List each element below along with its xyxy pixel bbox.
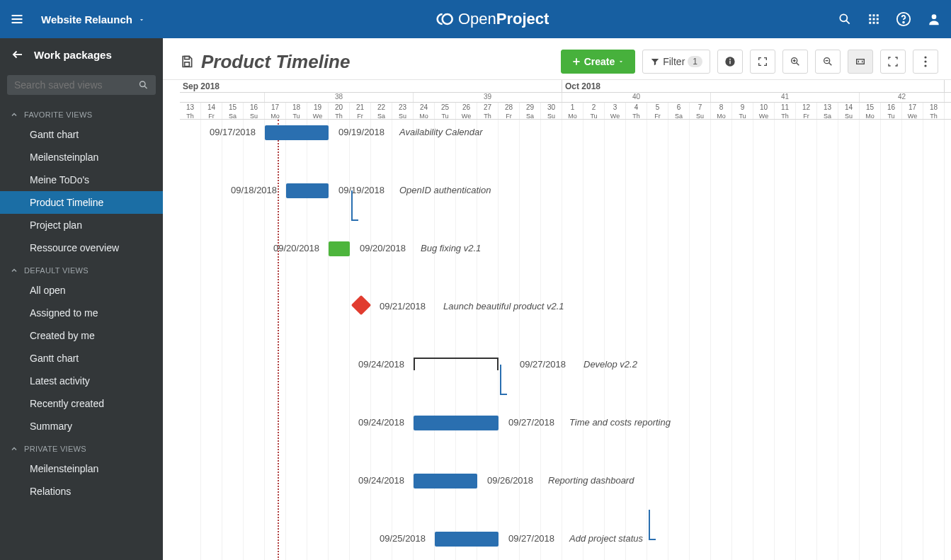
sidebar-search[interactable] (7, 75, 156, 95)
svg-rect-12 (869, 22, 871, 24)
zoom-fit-button[interactable] (848, 50, 873, 74)
day-label: 4Th (626, 103, 647, 119)
day-label: 18Th (923, 103, 945, 119)
sidebar-item[interactable]: Gantt chart (0, 347, 163, 370)
sidebar-item[interactable]: All open (0, 279, 163, 302)
connector (649, 539, 656, 540)
sidebar-item[interactable]: Project plan (0, 214, 163, 236)
sidebar-item[interactable]: Meine ToDo's (0, 168, 163, 191)
back-arrow-icon[interactable] (11, 48, 24, 61)
day-label: 13Th (180, 103, 201, 119)
end-date: 09/19/2018 (338, 185, 385, 195)
toolbar: Product Timeline Create Filter 1 (163, 38, 951, 79)
gantt-area[interactable]: Sep 2018Oct 2018383940414213Th14Fr15Sa16… (163, 79, 951, 560)
week-label (180, 93, 265, 102)
brand-logo[interactable]: OpenProject (434, 9, 549, 29)
gantt-row[interactable]: 09/21/2018Launch beautiful product v2.1 (180, 294, 951, 323)
section-header[interactable]: FAVORITE VIEWS (0, 103, 163, 123)
gantt-row[interactable]: 09/18/201809/19/2018OpenID authenticatio… (180, 178, 951, 207)
help-icon[interactable] (896, 11, 911, 27)
day-label: 5Fr (647, 103, 668, 119)
gantt-row[interactable]: 09/17/201809/19/2018Availability Calenda… (180, 120, 951, 149)
connector (351, 190, 353, 219)
filter-button[interactable]: Filter 1 (642, 50, 710, 74)
day-label: 17Mo (265, 103, 286, 119)
apps-icon[interactable] (867, 13, 880, 25)
day-label: 17We (902, 103, 923, 119)
milestone-diamond[interactable] (351, 295, 371, 315)
sidebar-item[interactable]: Gantt chart (0, 123, 163, 146)
svg-line-29 (797, 63, 799, 66)
search-icon (138, 79, 149, 91)
search-input[interactable] (14, 79, 138, 91)
zoom-in-button[interactable] (782, 50, 808, 74)
svg-rect-35 (857, 59, 865, 64)
task-name: Develop v2.2 (583, 359, 637, 370)
expand-button[interactable] (880, 50, 906, 74)
gantt-row[interactable]: 09/20/201809/20/2018Bug fixing v2.1 (180, 236, 951, 265)
svg-rect-26 (729, 61, 730, 64)
day-label: 25Tu (435, 103, 456, 119)
sidebar-title: Work packages (34, 49, 112, 61)
svg-rect-10 (873, 18, 875, 21)
svg-rect-22 (185, 62, 190, 67)
task-bar[interactable] (414, 474, 477, 488)
fullscreen-button[interactable] (750, 50, 775, 74)
svg-line-5 (846, 21, 850, 24)
day-label: 28Fr (499, 103, 520, 119)
sidebar-item[interactable]: Summary (0, 415, 163, 438)
start-date: 09/24/2018 (358, 359, 404, 370)
connector (649, 510, 650, 539)
create-button[interactable]: Create (561, 50, 636, 74)
day-label: 30Su (541, 103, 562, 119)
menu-icon[interactable] (10, 12, 24, 26)
start-date: 09/20/2018 (273, 243, 319, 253)
svg-point-4 (840, 14, 847, 21)
more-button[interactable] (913, 50, 938, 74)
week-label: 40 (562, 93, 711, 102)
week-label: 38 (265, 93, 414, 102)
day-label: 21Fr (350, 103, 371, 119)
sidebar-item[interactable]: Relations (0, 480, 163, 503)
gantt-row[interactable]: 09/24/201809/26/2018Reporting dashboard (180, 468, 951, 497)
svg-line-33 (829, 63, 832, 66)
sidebar-item[interactable]: Meilensteinplan (0, 146, 163, 168)
svg-point-19 (140, 81, 146, 87)
section-header[interactable]: PRIVATE VIEWS (0, 438, 163, 457)
task-bar[interactable] (329, 241, 350, 256)
day-label: 13Sa (817, 103, 838, 119)
sidebar-item[interactable]: Product Timeline (0, 191, 163, 214)
task-bar[interactable] (286, 183, 329, 198)
project-selector[interactable]: Website Relaunch (41, 13, 145, 25)
sidebar-item[interactable]: Ressource overview (0, 236, 163, 259)
svg-rect-14 (877, 22, 879, 24)
day-label: 12Fr (796, 103, 817, 119)
save-icon[interactable] (180, 55, 194, 69)
phase-bracket[interactable] (414, 358, 499, 370)
info-button[interactable] (717, 50, 743, 74)
day-label: 26We (456, 103, 477, 119)
sidebar-item[interactable]: Assigned to me (0, 302, 163, 324)
gantt-row[interactable]: 09/24/201809/27/2018Time and costs repor… (180, 410, 951, 439)
week-label: 41 (711, 93, 860, 102)
sidebar-item[interactable]: Recently created (0, 392, 163, 415)
task-bar[interactable] (435, 532, 499, 547)
task-bar[interactable] (265, 125, 329, 140)
chevron-up-icon (10, 445, 18, 453)
day-label: 1Mo (562, 103, 583, 119)
day-label: 24Mo (414, 103, 435, 119)
user-icon[interactable] (927, 12, 941, 26)
chevron-up-icon (10, 266, 18, 275)
sidebar-item[interactable]: Latest activity (0, 370, 163, 392)
section-header[interactable]: DEFAULT VIEWS (0, 259, 163, 279)
zoom-out-button[interactable] (815, 50, 841, 74)
gantt-row[interactable]: 09/25/201809/27/2018Add project status (180, 526, 951, 555)
gantt-row[interactable]: 09/24/201809/27/2018Develop v2.2 (180, 352, 951, 381)
sidebar-item[interactable]: Meilensteinplan (0, 457, 163, 480)
day-label: 15Sa (222, 103, 244, 119)
sidebar-item[interactable]: Created by me (0, 324, 163, 347)
svg-point-39 (924, 60, 926, 62)
task-bar[interactable] (414, 416, 499, 430)
search-icon[interactable] (838, 12, 852, 26)
day-label: 10We (753, 103, 775, 119)
